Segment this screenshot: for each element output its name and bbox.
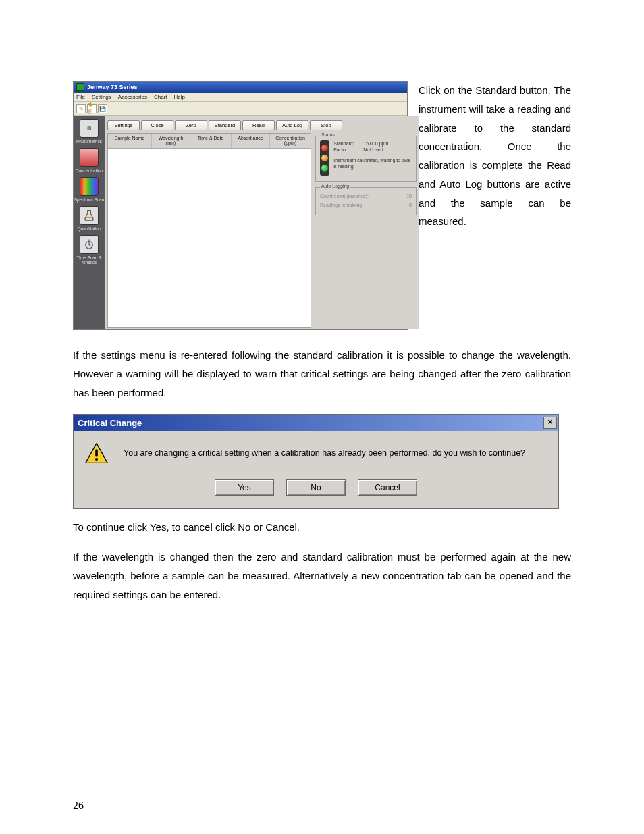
quantitation-icon	[80, 206, 99, 225]
yes-button[interactable]: Yes	[215, 479, 274, 496]
module-sidebar: ▤ Photometrics Concentration Spectrum Sc…	[74, 116, 105, 329]
col-time-date: Time & Date	[190, 134, 232, 148]
menu-settings[interactable]: Settings	[92, 94, 111, 100]
status-group: Status Standard:	[315, 136, 417, 182]
dialog-titlebar: Critical Change ×	[74, 415, 558, 431]
right-panel: Status Standard:	[313, 133, 419, 329]
menu-chart[interactable]: Chart	[154, 94, 167, 100]
col-sample-name: Sample Name	[108, 134, 152, 148]
open-icon[interactable]: �折	[87, 104, 97, 113]
page-number: 26	[73, 800, 571, 812]
paragraph-after-dialog-1: To continue click Yes, to cancel click N…	[73, 518, 571, 537]
settings-button[interactable]: Settings	[107, 120, 140, 130]
save-icon[interactable]: 💾	[98, 104, 107, 113]
menu-help[interactable]: Help	[173, 94, 184, 100]
light-red-icon	[321, 145, 328, 151]
photometrics-icon: ▤	[80, 119, 99, 138]
cancel-button[interactable]: Cancel	[358, 479, 417, 496]
side-paragraph: Click on the Standard button. The instru…	[419, 81, 571, 231]
menu-accessories[interactable]: Accessories	[118, 94, 147, 100]
sidebar-item-concentration[interactable]: Concentration	[74, 148, 105, 173]
auto-logging-group: Auto Logging Count down (seconds): 10 Re…	[315, 187, 417, 215]
close-button[interactable]: Close	[141, 120, 173, 130]
sidebar-item-label: Spectrum Scan	[74, 197, 105, 202]
paragraph-1: If the settings menu is re-entered follo…	[73, 346, 571, 402]
status-factor-value: Not Used	[363, 147, 383, 153]
zero-button[interactable]: Zero	[175, 120, 207, 130]
concentration-icon	[80, 148, 99, 167]
results-table: Sample Name Wavelength (nm) Time & Date …	[107, 133, 311, 328]
col-wavelength: Wavelength (nm)	[152, 134, 190, 148]
light-amber-icon	[321, 155, 328, 161]
warning-icon	[84, 442, 109, 465]
titlebar: Jenway 73 Series	[74, 82, 407, 93]
read-button[interactable]: Read	[242, 120, 275, 130]
col-concentration: Concentration (ppm)	[270, 134, 311, 148]
app-logo-icon	[76, 83, 84, 91]
action-toolbar: Settings Close Zero Standard Read Auto L…	[105, 116, 419, 133]
status-message: Instrument calibrated, waiting to take a…	[333, 157, 412, 170]
svg-point-3	[95, 458, 98, 461]
paragraph-after-dialog-2: If the wavelength is changed then the ze…	[73, 548, 571, 604]
traffic-light-icon	[320, 140, 329, 176]
light-green-icon	[321, 165, 328, 172]
new-icon[interactable]: ✎	[76, 104, 86, 113]
dialog-title-text: Critical Change	[78, 418, 142, 428]
sidebar-item-quantitation[interactable]: Quantitation	[74, 206, 105, 231]
auto-log-button[interactable]: Auto Log	[276, 120, 308, 130]
main-panel: Settings Close Zero Standard Read Auto L…	[105, 116, 419, 329]
readings-remaining-value: 0	[409, 203, 412, 207]
menubar: File Settings Accessories Chart Help	[74, 93, 407, 102]
status-group-title: Status	[320, 132, 336, 137]
menu-file[interactable]: File	[76, 94, 85, 100]
status-standard-value: 15.000 ppm	[363, 140, 388, 147]
svg-rect-2	[95, 450, 98, 457]
app-window: Jenway 73 Series File Settings Accessori…	[73, 81, 408, 330]
sidebar-item-spectrum-scan[interactable]: Spectrum Scan	[74, 177, 105, 202]
table-header: Sample Name Wavelength (nm) Time & Date …	[108, 134, 311, 149]
status-factor-label: Factor:	[333, 147, 360, 153]
sidebar-item-label: Quantitation	[74, 226, 105, 231]
status-standard-label: Standard:	[333, 140, 360, 147]
col-absorbance: Absorbance	[232, 134, 270, 148]
sidebar-item-label: Time Scan & Kinetics	[74, 255, 105, 265]
sidebar-item-label: Photometrics	[74, 139, 105, 144]
auto-logging-title: Auto Logging	[320, 184, 350, 188]
sidebar-item-label: Concentration	[74, 168, 105, 173]
sidebar-item-time-scan-kinetics[interactable]: Time Scan & Kinetics	[74, 235, 105, 265]
countdown-label: Count down (seconds):	[320, 194, 369, 199]
quick-toolbar: ✎ �折 💾	[74, 102, 407, 116]
spectrum-scan-icon	[80, 177, 99, 196]
dialog-message: You are changing a critical setting when…	[124, 448, 525, 458]
app-title: Jenway 73 Series	[87, 84, 138, 90]
readings-remaining-label: Readings remaining:	[320, 203, 363, 207]
sidebar-item-photometrics[interactable]: ▤ Photometrics	[74, 119, 105, 144]
critical-change-dialog: Critical Change × You are changing a cri…	[73, 414, 559, 509]
no-button[interactable]: No	[286, 479, 346, 496]
countdown-value: 10	[406, 194, 412, 199]
stop-button[interactable]: Stop	[310, 120, 342, 130]
time-scan-kinetics-icon	[80, 235, 99, 254]
standard-button[interactable]: Standard	[209, 120, 241, 130]
close-icon[interactable]: ×	[543, 417, 557, 429]
